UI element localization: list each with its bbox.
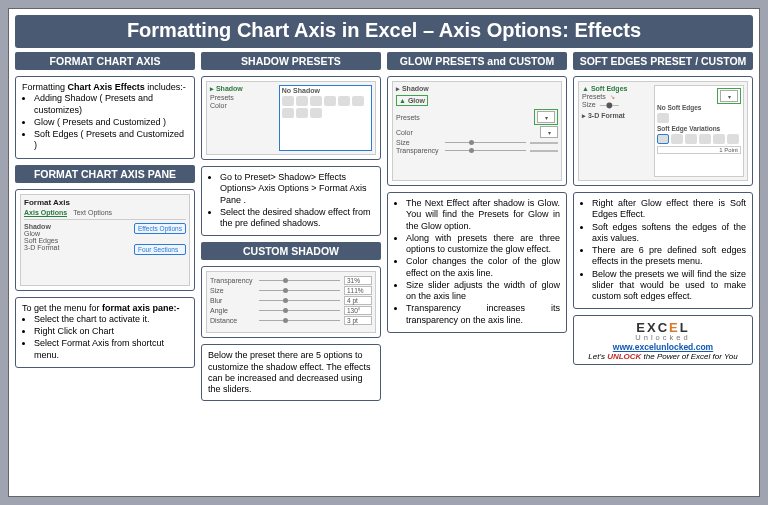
- custom-shadow-text: Below the preset there are 5 options to …: [208, 350, 371, 394]
- callout-effects-options: Effects Options: [134, 223, 186, 234]
- pane-item: Glow: [24, 230, 130, 237]
- soft-size-label: Size: [582, 101, 596, 108]
- mini-shadow-presets: ▸ Shadow Presets Color No Shadow: [206, 81, 376, 155]
- soft-variations-label: Soft Edge Variations: [657, 125, 741, 132]
- list-item: The Next Effect after shadow is Glow. Yo…: [406, 198, 560, 232]
- header-custom-shadow: CUSTOM SHADOW: [201, 242, 381, 260]
- list-item: Select the chart to activate it.: [34, 314, 188, 325]
- soft-edges-title: Soft Edges: [591, 85, 628, 92]
- steps-list: Select the chart to activate it. Right C…: [22, 314, 188, 361]
- intro-text: Formatting Chart Axis Effects includes:-: [22, 82, 188, 93]
- card-steps: To get the menu for format axis pane:- S…: [15, 297, 195, 368]
- mini-pane: Format Axis Axis Options Text Options Sh…: [20, 194, 190, 286]
- header-format-axis-pane: FORMAT CHART AXIS PANE: [15, 165, 195, 183]
- no-shadow-label: No Shadow: [282, 87, 369, 94]
- intro-bold: Chart Axis Effects: [68, 82, 145, 92]
- soft-bullets-list: Right after Glow effect there is Soft Ed…: [580, 198, 746, 302]
- columns: FORMAT CHART AXIS Formatting Chart Axis …: [9, 52, 759, 496]
- pane-item: 3-D Format: [24, 244, 130, 251]
- list-item: Right Click on Chart: [34, 326, 188, 337]
- slider-row: Blur4 pt: [210, 296, 372, 305]
- mini-soft-edges: ▲ Soft Edges Presets ↘ Size —⬤— ▸ 3-D Fo…: [578, 81, 748, 181]
- list-item: Transparency increases its transparency …: [406, 303, 560, 326]
- tab-axis-options: Axis Options: [24, 209, 67, 217]
- page: Formatting Chart Axis in Excel – Axis Op…: [8, 8, 760, 497]
- glow-shadow-row: Shadow: [402, 85, 429, 92]
- slider-row: Transparency31%: [210, 276, 372, 285]
- 3d-format-label: 3-D Format: [588, 112, 625, 119]
- shadow-swatches: [282, 96, 369, 118]
- steps-bold: format axis pane:-: [102, 303, 180, 313]
- list-item: Along with presets there are three optio…: [406, 233, 560, 256]
- steps-lead: To get the menu for: [22, 303, 102, 313]
- col-glow: GLOW PRESETS and CUSTOM ▸ Shadow ▲ Glow …: [387, 52, 567, 490]
- card-custom-shadow-text: Below the preset there are 5 options to …: [201, 344, 381, 401]
- list-item: Glow ( Presets and Customized ): [34, 117, 188, 128]
- col-shadow: SHADOW PRESETS ▸ Shadow Presets Color No…: [201, 52, 381, 490]
- glow-transparency-label: Transparency: [396, 147, 441, 154]
- list-item: Soft Edges ( Presets and Customized ): [34, 129, 188, 152]
- tab-text-options: Text Options: [73, 209, 112, 217]
- list-item: Color changes the color of the glow effe…: [406, 256, 560, 279]
- col-soft-edges: SOFT EDGES PRESET / CUSTOM ▲ Soft Edges …: [573, 52, 753, 490]
- card-intro: Formatting Chart Axis Effects includes:-…: [15, 76, 195, 159]
- slider-row: Distance3 pt: [210, 316, 372, 325]
- header-soft-edges: SOFT EDGES PRESET / CUSTOM: [573, 52, 753, 70]
- brand-link[interactable]: www.excelunlocked.com: [613, 342, 713, 352]
- callout-four-sections: Four Sections: [134, 244, 186, 255]
- mini-glow: ▸ Shadow ▲ Glow Presets▾ Color▾ Size Tra…: [392, 81, 562, 181]
- page-title: Formatting Chart Axis in Excel – Axis Op…: [15, 15, 753, 48]
- list-item: Soft edges softens the edges of the axis…: [592, 222, 746, 245]
- list-item: Size slider adjusts the width of glow on…: [406, 280, 560, 303]
- header-format-chart-axis: FORMAT CHART AXIS: [15, 52, 195, 70]
- glow-presets-label: Presets: [396, 114, 441, 121]
- card-shadow-steps: Go to Preset> Shadow> Effects Options> A…: [201, 166, 381, 236]
- screenshot-soft-edges: ▲ Soft Edges Presets ↘ Size —⬤— ▸ 3-D Fo…: [573, 76, 753, 186]
- intro-bullets: Adding Shadow ( Presets and customizes) …: [22, 93, 188, 151]
- soft-swatches: [657, 134, 741, 144]
- card-soft-edges-bullets: Right after Glow effect there is Soft Ed…: [573, 192, 753, 309]
- screenshot-glow: ▸ Shadow ▲ Glow Presets▾ Color▾ Size Tra…: [387, 76, 567, 186]
- list-item: Right after Glow effect there is Soft Ed…: [592, 198, 746, 221]
- header-glow: GLOW PRESETS and CUSTOM: [387, 52, 567, 70]
- screenshot-custom-shadow: Transparency31% Size111% Blur4 pt Angle1…: [201, 266, 381, 338]
- glow-size-label: Size: [396, 139, 441, 146]
- screenshot-format-axis-pane: Format Axis Axis Options Text Options Sh…: [15, 189, 195, 291]
- intro-lead: Formatting: [22, 82, 68, 92]
- list-item: Select Format Axis from shortcut menu.: [34, 338, 188, 361]
- steps-lead-wrap: To get the menu for format axis pane:-: [22, 303, 188, 314]
- pane-item: Shadow: [24, 223, 130, 230]
- glow-color-label: Color: [396, 129, 441, 136]
- card-glow-bullets: The Next Effect after shadow is Glow. Yo…: [387, 192, 567, 333]
- slider-row: Angle130°: [210, 306, 372, 315]
- list-item: Below the presets we will find the size …: [592, 269, 746, 303]
- soft-presets-label: Presets: [582, 93, 606, 100]
- no-soft-edges-label: No Soft Edges: [657, 104, 741, 111]
- brand-tagline: Let's UNLOCK the Power of Excel for You: [578, 352, 748, 361]
- header-shadow-presets: SHADOW PRESETS: [201, 52, 381, 70]
- glow-row: Glow: [408, 97, 425, 104]
- list-item: Select the desired shadow effect from th…: [220, 207, 374, 230]
- mini-title: Format Axis: [24, 198, 186, 207]
- list-item: Go to Preset> Shadow> Effects Options> A…: [220, 172, 374, 206]
- shadow-steps-list: Go to Preset> Shadow> Effects Options> A…: [208, 172, 374, 229]
- list-item: Adding Shadow ( Presets and customizes): [34, 93, 188, 116]
- screenshot-shadow-presets: ▸ Shadow Presets Color No Shadow: [201, 76, 381, 160]
- slider-row: Size111%: [210, 286, 372, 295]
- glow-bullets-list: The Next Effect after shadow is Glow. Yo…: [394, 198, 560, 326]
- col-format-chart-axis: FORMAT CHART AXIS Formatting Chart Axis …: [15, 52, 195, 490]
- list-item: There are 6 pre defined soft edges effec…: [592, 245, 746, 268]
- brand-sub: Unlocked: [578, 333, 748, 342]
- pane-item: Soft Edges: [24, 237, 130, 244]
- soft-point-label: 1 Point: [657, 146, 741, 154]
- footer-brand: EXCEL Unlocked www.excelunlocked.com Let…: [573, 315, 753, 365]
- intro-tail: includes:-: [145, 82, 186, 92]
- mini-custom-shadow: Transparency31% Size111% Blur4 pt Angle1…: [206, 271, 376, 333]
